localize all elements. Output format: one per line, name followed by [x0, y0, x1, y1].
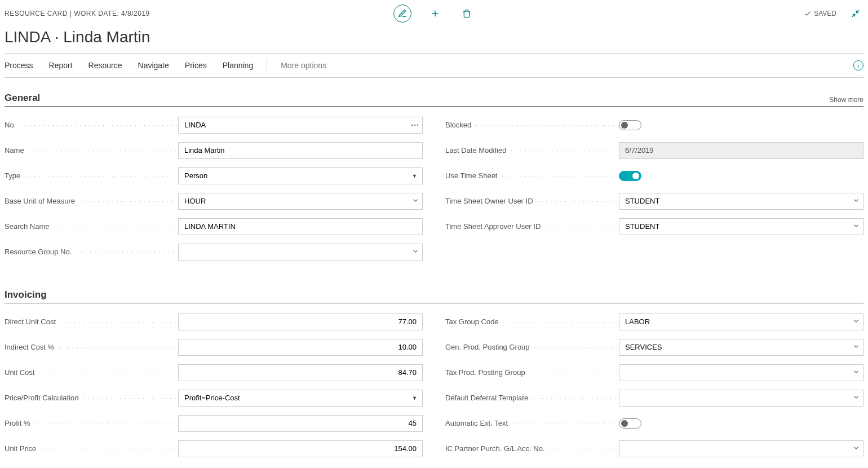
- unit-cost-input[interactable]: [178, 364, 423, 381]
- row-use-time-sheet: Use Time Sheet: [445, 165, 863, 186]
- saved-indicator: SAVED: [804, 10, 836, 17]
- menu-planning[interactable]: Planning: [223, 61, 254, 70]
- section-invoicing-title[interactable]: Invoicing: [5, 289, 47, 301]
- direct-unit-cost-label: Direct Unit Cost: [5, 317, 178, 326]
- profit-label: Profit %: [5, 419, 178, 427]
- tax-prod-posting-group-input[interactable]: [619, 364, 863, 381]
- menu-navigate[interactable]: Navigate: [138, 61, 169, 70]
- row-price-profit-calculation: Price/Profit Calculation Profit=Price-Co…: [5, 387, 423, 408]
- automatic-ext-text-toggle[interactable]: [619, 418, 641, 429]
- unit-cost-label: Unit Cost: [5, 368, 178, 377]
- time-sheet-approver-user-id-label: Time Sheet Approver User ID: [445, 222, 619, 231]
- section-general-title[interactable]: General: [5, 92, 40, 104]
- no-label: No.: [5, 121, 178, 129]
- resource-group-no-input[interactable]: [178, 244, 423, 261]
- menu-process[interactable]: Process: [5, 61, 33, 70]
- menu-more-options[interactable]: More options: [281, 61, 326, 70]
- row-automatic-ext-text: Automatic Ext. Text: [445, 413, 863, 434]
- row-unit-cost: Unit Cost: [5, 362, 423, 383]
- unit-price-label: Unit Price: [5, 444, 178, 453]
- collapse-icon[interactable]: [848, 6, 863, 21]
- resource-group-no-label: Resource Group No.: [5, 248, 178, 256]
- svg-line-0: [856, 10, 859, 13]
- base-unit-of-measure-label: Base Unit of Measure: [5, 197, 178, 205]
- action-menu: Process Report Resource Navigate Prices …: [5, 53, 863, 78]
- invoicing-grid: Direct Unit Cost Tax Group Code Indirect…: [5, 303, 863, 459]
- row-ic-partner-purch-g-l-acc-no: IC Partner Purch. G/L Acc. No.: [445, 438, 863, 459]
- tax-prod-posting-group-label: Tax Prod. Posting Group: [445, 368, 619, 377]
- ic-partner-purch-g-l-acc-no-label: IC Partner Purch. G/L Acc. No.: [445, 444, 619, 453]
- row-unit-price: Unit Price: [5, 438, 423, 459]
- header-action-icons: [393, 5, 475, 23]
- menu-resource[interactable]: Resource: [88, 61, 122, 70]
- row-time-sheet-owner-user-id: Time Sheet Owner User ID: [445, 191, 863, 211]
- blocked-label: Blocked: [445, 121, 619, 129]
- menu-divider: [267, 59, 267, 72]
- info-icon[interactable]: i: [853, 60, 863, 70]
- general-show-more[interactable]: Show more: [829, 96, 863, 104]
- delete-icon[interactable]: [459, 6, 475, 21]
- no-input[interactable]: [178, 117, 423, 134]
- default-deferral-template-input[interactable]: [619, 390, 863, 407]
- ic-partner-purch-g-l-acc-no-input[interactable]: [619, 440, 863, 457]
- search-name-input[interactable]: [178, 218, 423, 235]
- unit-price-input[interactable]: [178, 440, 423, 457]
- default-deferral-template-label: Default Deferral Template: [445, 394, 619, 402]
- row-last-date-modified: Last Date Modified 6/7/2019: [445, 140, 863, 161]
- name-input[interactable]: [178, 142, 423, 159]
- general-grid: No. ··· Blocked Name Last Date Modified …: [5, 107, 863, 262]
- gen-prod-posting-group-label: Gen. Prod. Posting Group: [445, 343, 619, 351]
- time-sheet-approver-user-id-input[interactable]: [619, 218, 863, 235]
- automatic-ext-text-label: Automatic Ext. Text: [445, 419, 619, 427]
- last-date-modified-value: 6/7/2019: [619, 142, 863, 159]
- blocked-toggle[interactable]: [619, 120, 641, 130]
- profit-input[interactable]: [178, 415, 423, 432]
- gen-prod-posting-group-input[interactable]: [619, 339, 863, 356]
- time-sheet-owner-user-id-input[interactable]: [619, 193, 863, 210]
- menu-report[interactable]: Report: [49, 61, 73, 70]
- price-profit-calculation-select[interactable]: Profit=Price-Cost: [178, 390, 423, 407]
- time-sheet-owner-user-id-label: Time Sheet Owner User ID: [445, 197, 619, 205]
- base-unit-of-measure-input[interactable]: [178, 193, 423, 210]
- indirect-cost-input[interactable]: [178, 339, 423, 356]
- use-time-sheet-toggle[interactable]: [619, 171, 641, 181]
- section-general-head: General Show more: [5, 92, 863, 107]
- row-default-deferral-template: Default Deferral Template: [445, 387, 863, 408]
- row-direct-unit-cost: Direct Unit Cost: [5, 311, 423, 332]
- breadcrumb: RESOURCE CARD | WORK DATE: 4/8/2019: [5, 10, 150, 17]
- row-indirect-cost: Indirect Cost %: [5, 337, 423, 357]
- new-icon[interactable]: [427, 6, 443, 21]
- edit-icon[interactable]: [393, 5, 411, 23]
- row-name: Name: [5, 140, 423, 161]
- page-header: RESOURCE CARD | WORK DATE: 4/8/2019 SAVE…: [5, 5, 863, 26]
- row-search-name: Search Name: [5, 216, 423, 237]
- row-resource-group-no: Resource Group No.: [5, 241, 423, 262]
- type-select[interactable]: Person: [178, 167, 423, 184]
- row-profit: Profit %: [5, 413, 423, 434]
- row-type: Type Person: [5, 165, 423, 186]
- row-tax-prod-posting-group: Tax Prod. Posting Group: [445, 362, 863, 383]
- row-no: No. ···: [5, 114, 423, 135]
- page-title: LINDA · Linda Martin: [5, 26, 863, 53]
- row-tax-group-code: Tax Group Code: [445, 311, 863, 332]
- search-name-label: Search Name: [5, 222, 178, 231]
- row-base-unit-of-measure: Base Unit of Measure: [5, 191, 423, 211]
- row-gen-prod-posting-group: Gen. Prod. Posting Group: [445, 337, 863, 357]
- row-time-sheet-approver-user-id: Time Sheet Approver User ID: [445, 216, 863, 237]
- section-invoicing-head: Invoicing: [5, 289, 863, 303]
- tax-group-code-input[interactable]: [619, 314, 863, 330]
- indirect-cost-label: Indirect Cost %: [5, 343, 178, 351]
- tax-group-code-label: Tax Group Code: [445, 317, 619, 326]
- row-blocked: Blocked: [445, 114, 863, 135]
- svg-line-1: [852, 14, 855, 17]
- price-profit-calculation-label: Price/Profit Calculation: [5, 394, 178, 402]
- saved-label: SAVED: [814, 10, 836, 17]
- last-date-modified-label: Last Date Modified: [445, 146, 619, 154]
- menu-prices[interactable]: Prices: [185, 61, 207, 70]
- use-time-sheet-label: Use Time Sheet: [445, 171, 619, 180]
- type-label: Type: [5, 171, 178, 180]
- direct-unit-cost-input[interactable]: [178, 314, 423, 330]
- name-label: Name: [5, 146, 178, 154]
